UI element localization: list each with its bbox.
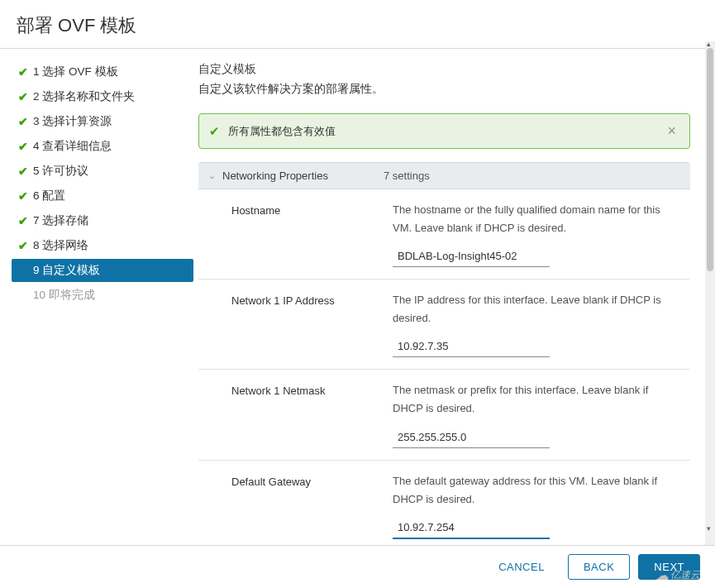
wizard-step-6[interactable]: ✔6 配置 [12, 184, 193, 208]
wizard-nav: ✔1 选择 OVF 模板✔2 选择名称和文件夹✔3 选择计算资源✔4 查看详细信… [0, 49, 198, 545]
property-row: Network 1 IP AddressThe IP address for t… [198, 280, 690, 370]
alert-text: 所有属性都包含有效值 [228, 124, 336, 139]
check-icon: ✔ [18, 189, 31, 203]
panel-title: 自定义模板 [198, 62, 690, 77]
property-input[interactable] [393, 517, 550, 539]
property-input[interactable] [393, 427, 550, 448]
property-label: Network 1 Netmask [231, 381, 393, 447]
property-description: The IP address for this interface. Leave… [393, 291, 677, 327]
wizard-step-2[interactable]: ✔2 选择名称和文件夹 [12, 85, 193, 108]
next-button[interactable]: NEXT [638, 554, 700, 580]
wizard-step-4[interactable]: ✔4 查看详细信息 [12, 135, 193, 158]
wizard-step-3[interactable]: ✔3 选择计算资源 [12, 110, 193, 133]
wizard-step-label: 5 许可协议 [31, 164, 88, 179]
wizard-step-label: 4 查看详细信息 [31, 139, 112, 154]
property-description: The netmask or prefix for this interface… [393, 381, 677, 418]
property-row: Network 1 NetmaskThe netmask or prefix f… [198, 370, 690, 460]
section-header[interactable]: ⌄ Networking Properties 7 settings [198, 162, 690, 189]
check-icon: ✔ [18, 165, 31, 178]
check-icon: ✔ [18, 90, 31, 103]
check-circle-icon: ✔ [209, 124, 220, 139]
wizard-step-label: 9 自定义模板 [31, 263, 100, 278]
property-label: Network 1 IP Address [231, 291, 393, 357]
property-input[interactable] [393, 336, 550, 357]
property-input[interactable] [393, 246, 550, 267]
scroll-down-icon[interactable]: ▾ [707, 524, 711, 533]
check-icon: ✔ [18, 140, 31, 153]
wizard-step-8[interactable]: ✔8 选择网络 [12, 234, 193, 257]
scrollbar-thumb[interactable] [707, 48, 713, 271]
wizard-step-label: 3 选择计算资源 [31, 114, 112, 129]
scrollbar[interactable]: ▴ ▾ [705, 41, 715, 571]
alert-success: ✔ 所有属性都包含有效值 × [198, 113, 690, 149]
check-icon: ✔ [18, 115, 31, 128]
dialog-footer: CANCEL BACK NEXT [0, 545, 715, 588]
wizard-step-5[interactable]: ✔5 许可协议 [12, 160, 193, 183]
back-button[interactable]: BACK [568, 554, 630, 580]
property-row: HostnameThe hostname or the fully qualif… [198, 189, 690, 280]
check-icon: ✔ [18, 239, 31, 252]
property-description: The default gateway address for this VM.… [393, 472, 677, 509]
section-title: Networking Properties [222, 170, 384, 182]
wizard-step-label: 8 选择网络 [31, 238, 88, 253]
property-label: Default Gateway [231, 472, 393, 539]
panel-subtitle: 自定义该软件解决方案的部署属性。 [198, 82, 690, 97]
dialog-title: 部署 OVF 模板 [0, 0, 715, 49]
property-row: Default GatewayThe default gateway addre… [198, 461, 690, 545]
wizard-step-label: 6 配置 [31, 189, 65, 203]
wizard-step-10[interactable]: ✔10 即将完成 [12, 284, 193, 307]
wizard-step-1[interactable]: ✔1 选择 OVF 模板 [12, 60, 193, 84]
chevron-down-icon: ⌄ [208, 170, 216, 181]
wizard-step-label: 2 选择名称和文件夹 [31, 89, 135, 104]
wizard-step-7[interactable]: ✔7 选择存储 [12, 209, 193, 232]
wizard-step-label: 10 即将完成 [31, 288, 95, 303]
wizard-step-label: 7 选择存储 [31, 213, 88, 228]
property-description: The hostname or the fully qualified doma… [393, 201, 677, 237]
section-count: 7 settings [384, 170, 430, 182]
main-panel: 自定义模板 自定义该软件解决方案的部署属性。 ✔ 所有属性都包含有效值 × ⌄ … [198, 49, 715, 545]
property-label: Hostname [231, 201, 393, 267]
check-icon: ✔ [18, 65, 31, 79]
check-icon: ✔ [18, 214, 31, 227]
cancel-button[interactable]: CANCEL [484, 555, 560, 579]
close-icon[interactable]: × [664, 122, 679, 140]
wizard-step-9[interactable]: ✔9 自定义模板 [12, 259, 193, 282]
wizard-step-label: 1 选择 OVF 模板 [31, 65, 118, 79]
scroll-up-icon[interactable]: ▴ [707, 40, 711, 48]
